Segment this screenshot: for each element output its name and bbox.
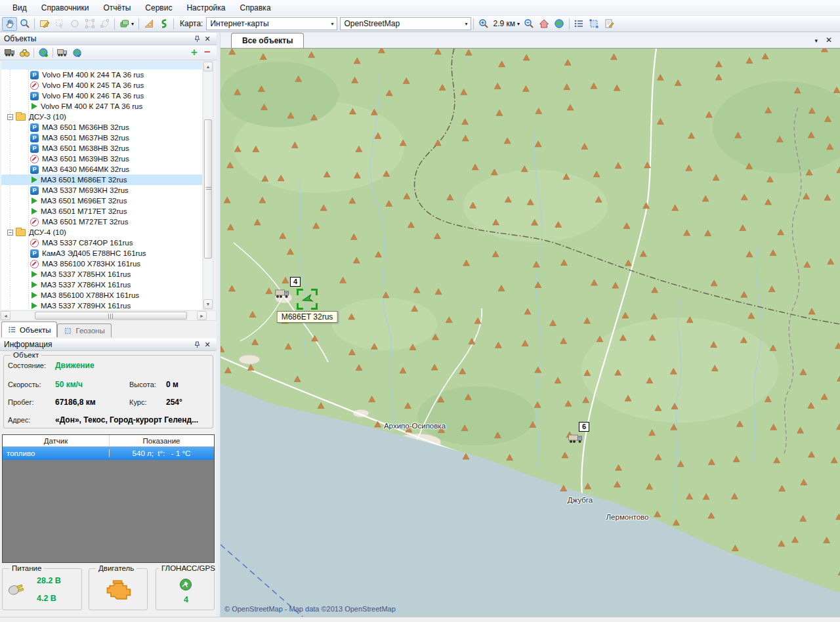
tree-vehicle-row[interactable]: PМАЗ 6501 М638НВ 32rus (1, 143, 202, 154)
zoom-out-button[interactable] (522, 17, 537, 31)
tree-folder-row[interactable]: −ДСУ-4 (10) (1, 227, 202, 238)
tree-vehicle-row[interactable]: Volvo FM 400 К 247 ТА 36 rus (1, 101, 202, 112)
collapse-icon[interactable]: − (7, 230, 13, 236)
map-scale-dropdown[interactable]: 2.9 км▾ (491, 19, 522, 28)
pin-icon[interactable] (192, 340, 202, 349)
legend-button[interactable] (572, 17, 587, 31)
globe-track-button[interactable] (70, 46, 84, 59)
scroll-up-icon[interactable]: ▲ (203, 62, 213, 72)
tree-vehicle-row[interactable]: МАЗ 6501 М696ЕТ 32rus (1, 196, 202, 206)
status-offline-icon (30, 218, 39, 226)
map-canvas[interactable]: Архипо-ОсиповкаДжубгаЛермонтово4М686ЕТ 3… (220, 49, 840, 617)
menu-directories[interactable]: Справочники (34, 0, 96, 16)
add-vehicle-button[interactable] (3, 46, 17, 59)
tree-vehicle-row[interactable]: МАЗ 856100 Х788НХ 161rus (1, 290, 202, 301)
notes-button[interactable] (602, 17, 617, 31)
polygon-tool-button[interactable] (97, 17, 112, 31)
map-tab-close-icon[interactable]: ✕ (826, 35, 832, 45)
show-all-on-map-button[interactable] (36, 46, 51, 59)
map-edit-button[interactable] (37, 17, 52, 31)
rectangle-tool-button[interactable] (82, 17, 97, 31)
status-parked-icon: P (30, 71, 39, 79)
tree-vehicle-row[interactable]: PМАЗ 5337 М693КН 32rus (1, 185, 202, 196)
circle-tool-button[interactable] (67, 17, 82, 31)
pin-icon[interactable] (192, 34, 202, 43)
truck-marker[interactable] (568, 434, 584, 444)
satellite-icon (179, 578, 192, 591)
menu-view[interactable]: Вид (5, 0, 34, 16)
collapse-icon[interactable]: − (7, 114, 13, 120)
tree-vehicle-row[interactable]: МАЗ 856100 Х783НХ 161rus (1, 259, 202, 269)
map-provider-combobox[interactable]: Интернет-карты▾ (206, 17, 337, 30)
status-parked-icon: P (30, 186, 39, 195)
scroll-right-icon[interactable]: ► (197, 311, 207, 320)
truck-view-button[interactable] (55, 46, 70, 59)
selected-vehicle-marker[interactable] (297, 289, 318, 310)
tree-vehicle-row[interactable]: МАЗ 6501 М727ЕТ 32rus (1, 217, 202, 227)
tab-list-caret-icon[interactable]: ▾ (814, 37, 818, 44)
menu-help[interactable]: Справка (232, 0, 278, 16)
tree-vehicle-row[interactable]: МАЗ 5337 Х789НХ 161rus (1, 301, 202, 310)
tab-objects[interactable]: Объекты (1, 321, 57, 337)
binoculars-icon (19, 48, 30, 58)
status-parked-icon: P (30, 144, 39, 153)
close-icon[interactable]: ✕ (202, 340, 213, 349)
region-button[interactable] (587, 17, 602, 31)
status-moving-icon (32, 208, 37, 215)
globe-button[interactable] (552, 17, 567, 31)
zoom-in-button[interactable] (476, 17, 491, 31)
ruler-button[interactable] (141, 17, 156, 31)
tree-vehicle-row[interactable]: PМАЗ 6501 М636НВ 32rus (1, 122, 202, 133)
tree-vertical-scrollbar[interactable]: ▲ ▼ (203, 61, 213, 310)
map-tab-all-objects[interactable]: Все объекты (231, 33, 304, 48)
info-panel-header: Информация ✕ (0, 339, 217, 351)
tree-vehicle-row[interactable]: МАЗ 6501 М686ЕТ 32rus (1, 175, 202, 185)
scrollbar-thumb[interactable] (35, 312, 187, 320)
tree-vehicle-row[interactable]: PVolvo FM 400 К 246 ТА 36 rus (1, 91, 202, 101)
tree-folder-row[interactable]: −ДСУ-3 (10) (1, 112, 202, 122)
mileage-label: Пробег: (8, 398, 34, 406)
layers-button[interactable]: ▾ (117, 17, 136, 31)
scroll-down-icon[interactable]: ▼ (203, 299, 213, 309)
vehicle-label: МАЗ 5337 С874ОР 161rus (42, 239, 133, 247)
tree-partial-row[interactable] (1, 61, 202, 70)
search-button[interactable] (17, 46, 32, 59)
tree-vehicle-row[interactable]: PКамАЗ ЭД405 Е788НС 161rus (1, 248, 202, 259)
altitude-label: Высота: (129, 381, 156, 388)
tree-vehicle-row[interactable]: PМАЗ 6501 М637НВ 32rus (1, 133, 202, 143)
status-parked-icon: P (30, 249, 39, 258)
truck-marker[interactable] (275, 289, 291, 299)
zoom-button[interactable] (17, 17, 32, 31)
tree-vehicle-row[interactable]: МАЗ 5337 Х785НХ 161rus (1, 269, 202, 280)
tree-vehicle-row[interactable]: МАЗ 5337 С874ОР 161rus (1, 238, 202, 248)
map-tabstrip: Все объекты ▾ ✕ (220, 33, 840, 49)
tree-horizontal-scrollbar[interactable]: ◄ ► (0, 310, 217, 321)
tree-vehicle-row[interactable]: PVolvo FM 400 К 244 ТА 36 rus (1, 70, 202, 80)
place-label: Архипо-Осиповка (384, 422, 446, 430)
tab-geozones[interactable]: Геозоны (57, 323, 111, 337)
status-offline-icon (30, 155, 39, 163)
menu-service[interactable]: Сервис (138, 0, 179, 16)
select-object-button[interactable] (52, 17, 67, 31)
map-type-combobox[interactable]: OpenStreetMap▾ (340, 17, 471, 30)
map-attribution: © OpenStreetMap - Map data ©2013 OpenStr… (224, 605, 396, 613)
close-icon[interactable]: ✕ (202, 34, 213, 43)
collapse-all-button[interactable]: − (201, 46, 214, 59)
tree-vehicle-row[interactable]: Volvo FM 400 К 245 ТА 36 rus (1, 80, 202, 91)
tree-vehicle-row[interactable]: МАЗ 6501 М717ЕТ 32rus (1, 206, 202, 217)
expand-all-button[interactable]: + (188, 46, 201, 59)
track-button[interactable] (156, 17, 171, 31)
scroll-left-icon[interactable]: ◄ (1, 311, 10, 320)
tree-vehicle-row[interactable]: МАЗ 6501 М639НВ 32rus (1, 154, 202, 164)
sensor-row[interactable]: топливо540 л; t°: - 1 °C (3, 447, 214, 460)
menu-settings[interactable]: Настройка (179, 0, 232, 16)
app-window: Вид Справочники Отчёты Сервис Настройка … (0, 0, 840, 622)
tree-vehicle-row[interactable]: МАЗ 5337 Х786НХ 161rus (1, 280, 202, 290)
pan-button[interactable] (2, 17, 17, 31)
tree-vehicle-row[interactable]: PМАЗ 6430 М664МК 32rus (1, 164, 202, 175)
scrollbar-thumb[interactable] (204, 119, 212, 259)
home-button[interactable] (537, 17, 552, 31)
separator (138, 18, 139, 30)
separator (473, 18, 474, 30)
menu-reports[interactable]: Отчёты (96, 0, 138, 16)
